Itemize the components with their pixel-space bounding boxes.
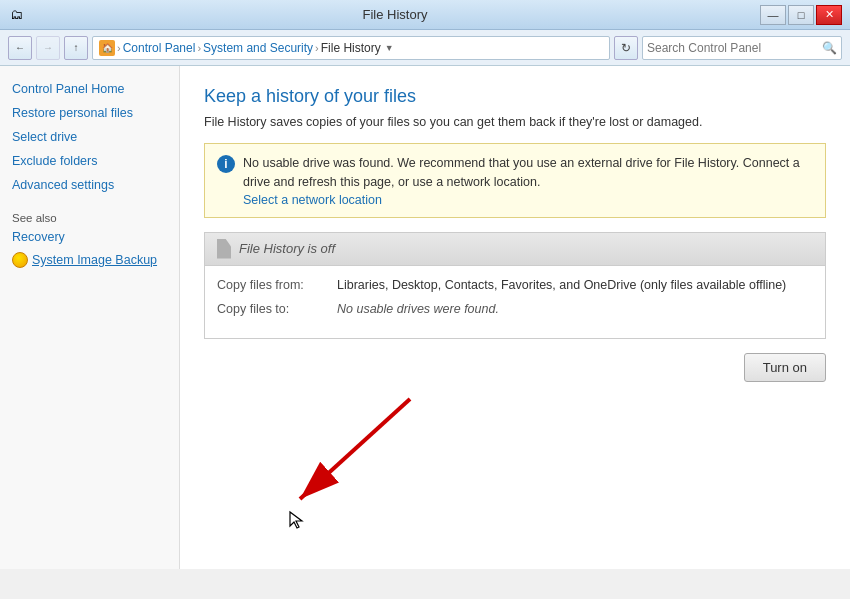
maximize-button[interactable]: □ <box>788 5 814 25</box>
search-bar: 🔍 <box>642 36 842 60</box>
sib-icon <box>12 252 28 268</box>
info-icon: i <box>217 155 235 173</box>
breadcrumb-control-panel[interactable]: Control Panel <box>123 41 196 55</box>
status-header-text: File History is off <box>239 241 335 256</box>
sidebar-item-system-image-backup[interactable]: System Image Backup <box>12 252 167 268</box>
svg-marker-2 <box>290 512 302 528</box>
recovery-label: Recovery <box>12 230 65 244</box>
copy-from-row: Copy files from: Libraries, Desktop, Con… <box>217 278 813 292</box>
svg-line-1 <box>300 399 410 499</box>
sidebar-see-also: See also Recovery System Image Backup <box>12 212 167 268</box>
info-content: No usable drive was found. We recommend … <box>243 154 813 207</box>
turn-on-row: Turn on <box>204 353 826 382</box>
content-area: Keep a history of your files File Histor… <box>180 66 850 402</box>
breadcrumb-sep-3: › <box>315 42 319 54</box>
see-also-label: See also <box>12 212 167 224</box>
title-bar: 🗂 File History — □ ✕ <box>0 0 850 30</box>
arrow-annotation <box>210 389 490 529</box>
info-box: i No usable drive was found. We recommen… <box>204 143 826 218</box>
status-body: Copy files from: Libraries, Desktop, Con… <box>205 266 825 338</box>
main-layout: Control Panel Home Restore personal file… <box>0 66 850 569</box>
copy-from-value: Libraries, Desktop, Contacts, Favorites,… <box>337 278 786 292</box>
close-button[interactable]: ✕ <box>816 5 842 25</box>
sidebar: Control Panel Home Restore personal file… <box>0 66 180 569</box>
search-input[interactable] <box>647 41 822 55</box>
status-header: File History is off <box>205 233 825 266</box>
page-subtitle: File History saves copies of your files … <box>204 115 826 129</box>
sib-label: System Image Backup <box>32 253 157 267</box>
forward-button[interactable]: → <box>36 36 60 60</box>
copy-from-label: Copy files from: <box>217 278 337 292</box>
breadcrumb-sep-2: › <box>197 42 201 54</box>
copy-to-row: Copy files to: No usable drives were fou… <box>217 302 813 316</box>
search-icon[interactable]: 🔍 <box>822 41 837 55</box>
select-network-location-link[interactable]: Select a network location <box>243 193 382 207</box>
copy-to-value: No usable drives were found. <box>337 302 499 316</box>
status-box: File History is off Copy files from: Lib… <box>204 232 826 339</box>
breadcrumb: 🏠 › Control Panel › System and Security … <box>92 36 610 60</box>
breadcrumb-file-history: File History <box>321 41 381 55</box>
breadcrumb-system-security[interactable]: System and Security <box>203 41 313 55</box>
up-button[interactable]: ↑ <box>64 36 88 60</box>
page-title: Keep a history of your files <box>204 86 826 107</box>
sidebar-item-restore-personal-files[interactable]: Restore personal files <box>12 106 167 120</box>
address-bar: ← → ↑ 🏠 › Control Panel › System and Sec… <box>0 30 850 66</box>
breadcrumb-home-icon: 🏠 <box>99 40 115 56</box>
info-message: No usable drive was found. We recommend … <box>243 154 813 192</box>
refresh-button[interactable]: ↻ <box>614 36 638 60</box>
window-title: File History <box>30 7 760 22</box>
sidebar-item-select-drive[interactable]: Select drive <box>12 130 167 144</box>
back-button[interactable]: ← <box>8 36 32 60</box>
copy-to-label: Copy files to: <box>217 302 337 316</box>
file-history-icon <box>217 239 231 259</box>
mouse-cursor <box>288 510 304 533</box>
window-controls: — □ ✕ <box>760 5 842 25</box>
sidebar-item-exclude-folders[interactable]: Exclude folders <box>12 154 167 168</box>
turn-on-button[interactable]: Turn on <box>744 353 826 382</box>
sidebar-item-advanced-settings[interactable]: Advanced settings <box>12 178 167 192</box>
sidebar-item-control-panel-home[interactable]: Control Panel Home <box>12 82 167 96</box>
breadcrumb-sep-1: › <box>117 42 121 54</box>
app-icon: 🗂 <box>8 7 24 23</box>
breadcrumb-dropdown-icon[interactable]: ▼ <box>385 43 394 53</box>
minimize-button[interactable]: — <box>760 5 786 25</box>
sidebar-item-recovery[interactable]: Recovery <box>12 230 167 244</box>
